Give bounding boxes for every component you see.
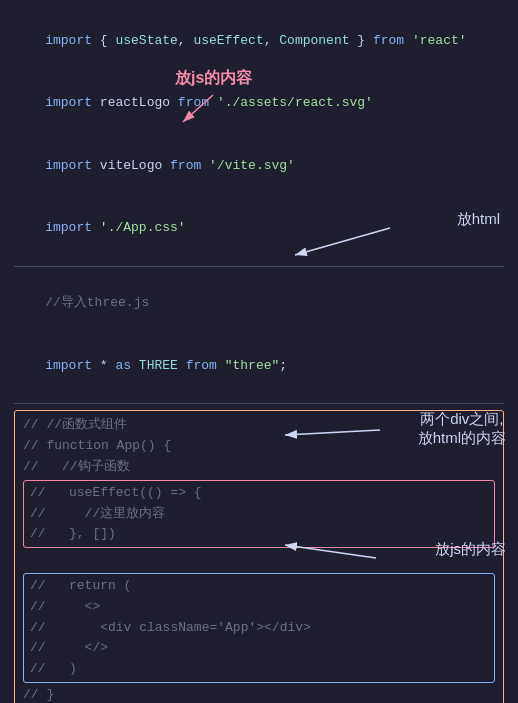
label-js-content: 放js的内容 <box>175 68 252 89</box>
code-line-16: // <div className='App'></div> <box>30 618 488 639</box>
code-line-9: // //钩子函数 <box>23 457 495 478</box>
useeffect-box: // useEffect(() => { // //这里放内容 // }, []… <box>23 480 495 548</box>
label-js-content2: 放js的内容 <box>435 540 506 559</box>
code-line-5: //导入three.js <box>14 273 504 335</box>
code-line-12: // }, []) <box>30 524 488 545</box>
code-line-17: // </> <box>30 638 488 659</box>
code-line-15: // <> <box>30 597 488 618</box>
code-line-6: import * as THREE from "three"; <box>14 335 504 397</box>
code-editor: import { useState, useEffect, Component … <box>0 0 518 703</box>
code-line-18: // ) <box>30 659 488 680</box>
code-line-14: // return ( <box>30 576 488 597</box>
code-line-19: // } <box>23 685 495 703</box>
code-line-13 <box>23 550 495 571</box>
code-line-11: // //这里放内容 <box>30 504 488 525</box>
code-line-2: import reactLogo from './assets/react.sv… <box>14 72 504 134</box>
label-html: 放html <box>457 210 500 229</box>
code-line-10: // useEffect(() => { <box>30 483 488 504</box>
return-jsx-box: // return ( // <> // <div className='App… <box>23 573 495 683</box>
code-line-4: import './App.css' <box>14 197 504 259</box>
label-two-div: 两个div之间, 放html的内容 <box>418 410 506 448</box>
code-line-3: import viteLogo from '/vite.svg' <box>14 135 504 197</box>
separator-1 <box>14 266 504 267</box>
code-line-1: import { useState, useEffect, Component … <box>14 10 504 72</box>
separator-2 <box>14 403 504 404</box>
functional-component-box: // //函数式组件 // function App() { // //钩子函数… <box>14 410 504 703</box>
